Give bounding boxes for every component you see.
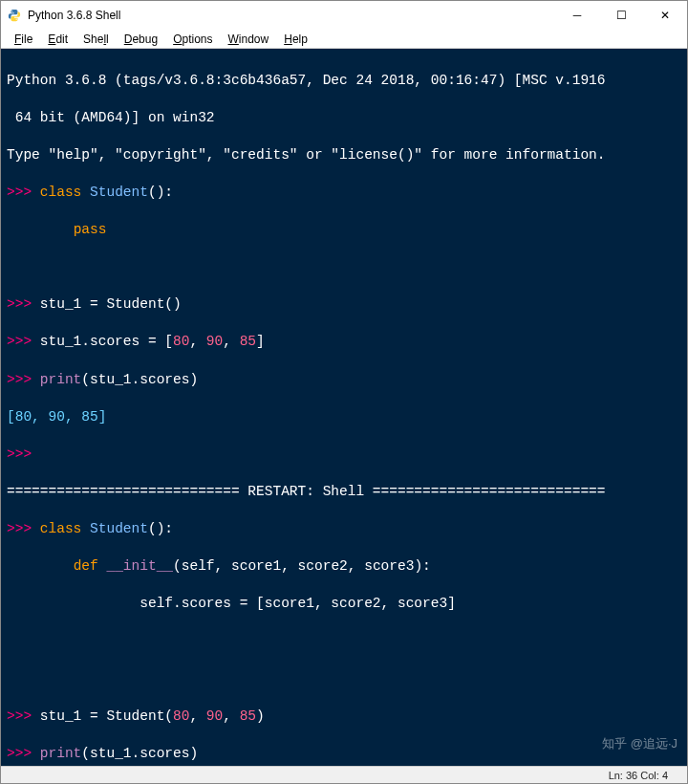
banner-line: 64 bit (AMD64)] on win32 xyxy=(7,109,683,128)
window-controls: ─ ☐ ✕ xyxy=(555,1,687,30)
menu-file[interactable]: File xyxy=(7,33,40,46)
maximize-button[interactable]: ☐ xyxy=(599,1,643,30)
code-line: >>> xyxy=(7,446,683,465)
shell-output[interactable]: Python 3.6.8 (tags/v3.6.8:3c6b436a57, De… xyxy=(1,49,687,766)
code-line: pass xyxy=(7,221,683,240)
menu-shell[interactable]: Shell xyxy=(75,33,117,46)
menubar: File Edit Shell Debug Options Window Hel… xyxy=(1,30,687,49)
titlebar: Python 3.6.8 Shell ─ ☐ ✕ xyxy=(1,1,687,30)
code-line: >>> stu_1 = Student(80, 90, 85) xyxy=(7,708,683,727)
banner-line: Type "help", "copyright", "credits" or "… xyxy=(7,146,683,165)
minimize-button[interactable]: ─ xyxy=(555,1,599,30)
cursor-position: Ln: 36 Col: 4 xyxy=(609,770,668,781)
menu-window[interactable]: Window xyxy=(221,33,277,46)
code-line: >>> print(stu_1.scores) xyxy=(7,371,683,390)
watermark: 知乎 @追远·J xyxy=(602,735,677,752)
menu-debug[interactable]: Debug xyxy=(117,33,165,46)
output-line: [80, 90, 85] xyxy=(7,408,683,427)
code-line: >>> class Student(): xyxy=(7,184,683,203)
banner-line: Python 3.6.8 (tags/v3.6.8:3c6b436a57, De… xyxy=(7,72,683,91)
python-icon xyxy=(7,8,22,23)
window-title: Python 3.6.8 Shell xyxy=(28,9,555,22)
menu-edit[interactable]: Edit xyxy=(40,33,75,46)
close-button[interactable]: ✕ xyxy=(643,1,687,30)
menu-help[interactable]: Help xyxy=(276,33,315,46)
code-line: >>> class Student(): xyxy=(7,520,683,539)
code-line: def __init__(self, score1, score2, score… xyxy=(7,557,683,577)
code-line: >>> print(stu_1.scores) xyxy=(7,745,683,764)
menu-options[interactable]: Options xyxy=(165,33,220,46)
restart-line: ============================ RESTART: Sh… xyxy=(7,483,683,502)
statusbar: Ln: 36 Col: 4 xyxy=(1,766,687,783)
code-line: >>> stu_1 = Student() xyxy=(7,295,683,315)
code-line: self.scores = [score1, score2, score3] xyxy=(7,595,683,614)
code-line xyxy=(7,258,683,277)
code-line xyxy=(7,632,683,651)
code-line: >>> stu_1.scores = [80, 90, 85] xyxy=(7,333,683,352)
code-line xyxy=(7,670,683,689)
